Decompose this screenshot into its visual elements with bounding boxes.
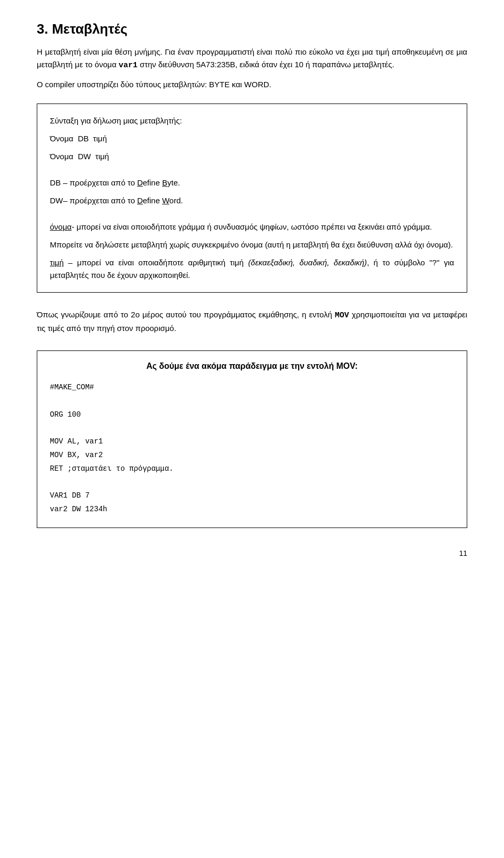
chapter-title: 3. Μεταβλητές <box>37 21 467 37</box>
code-line-blank-1 <box>50 395 454 408</box>
code-line-6: VAR1 DB 7 <box>50 490 454 502</box>
db-keyword: DB <box>78 134 89 143</box>
dw-d-underline: D <box>137 196 143 205</box>
intro-paragraph: Η μεταβλητή είναι μία θέση μνήμης. Για έ… <box>37 46 467 72</box>
dw-keyword: DW <box>78 152 91 161</box>
page-content: 3. Μεταβλητές Η μεταβλητή είναι μία θέση… <box>37 21 467 557</box>
compiler-text: Ο compiler υποστηρίζει δύο τύπους μεταβλ… <box>37 78 467 91</box>
code-line-blank-2 <box>50 422 454 435</box>
db-yte: yte. <box>167 178 180 187</box>
mov-para-pre: Όπως γνωρίζουμε από το 2ο μέρος αυτού το… <box>37 310 335 319</box>
code-line-1: #MAKE_COM# <box>50 381 454 394</box>
syntax-box: Σύνταξη για δήλωση μιας μεταβλητής: Όνομ… <box>37 104 467 293</box>
code-line-4: MOV BX, var2 <box>50 449 454 462</box>
onoma-underline: όνομα <box>50 222 72 231</box>
timi-underline: τιμή <box>50 258 64 267</box>
timi-italic: (δεκαεξαδική, δυαδική, δεκαδική) <box>248 258 367 267</box>
page-number: 11 <box>37 549 467 557</box>
db-d-underline: D <box>137 178 143 187</box>
dw-name: Όνομα <box>50 152 74 161</box>
dw-value: τιμή <box>95 152 109 161</box>
db-b-underline: B <box>162 178 167 187</box>
dw-w-underline: W <box>162 196 170 205</box>
mov-keyword: MOV <box>335 311 349 320</box>
db-syntax-line: Όνομα DB τιμή <box>50 132 454 145</box>
timi-paragraph: τιμή – μπορεί να είναι οποιαδήποτε αριθμ… <box>50 256 454 282</box>
dw-ord: ord. <box>170 196 183 205</box>
code-line-7: var2 DW 1234h <box>50 503 454 516</box>
code-line-blank-3 <box>50 477 454 489</box>
code-line-3: MOV AL, var1 <box>50 436 454 448</box>
dw-syntax-line: Όνομα DW τιμή <box>50 150 454 163</box>
mov-paragraph: Όπως γνωρίζουμε από το 2ο μέρος αυτού το… <box>37 308 467 335</box>
intro-text-part2: στην διεύθυνση 5A73:235B, ειδικά όταν έχ… <box>138 60 394 69</box>
code-line-5: RET ;σταματάει το πρόγραμμα. <box>50 463 454 475</box>
db-value: τιμή <box>93 134 107 143</box>
db-name: Όνομα <box>50 134 74 143</box>
example-box: Ας δούμε ένα ακόμα παράδειγμα με την εντ… <box>37 350 467 528</box>
example-title: Ας δούμε ένα ακόμα παράδειγμα με την εντ… <box>50 361 454 371</box>
dw-efine: efine <box>143 196 162 205</box>
intro-code: var1 <box>119 61 138 70</box>
onoma-paragraph-1: όνομα- μπορεί να είναι οποιοδήποτε γράμμ… <box>50 221 454 233</box>
dw-def-prefix: DW– προέρχεται από το <box>50 196 137 205</box>
code-block: #MAKE_COM# ORG 100 MOV AL, var1 MOV BX, … <box>50 381 454 516</box>
db-efine: efine <box>143 178 162 187</box>
db-def-prefix: DB – προέρχεται από το <box>50 178 137 187</box>
syntax-title: Σύνταξη για δήλωση μιας μεταβλητής: <box>50 115 454 127</box>
dw-definition: DW– προέρχεται από το Define Word. <box>50 194 454 207</box>
onoma-paragraph-2: Μπορείτε να δηλώσετε μεταβλητή χωρίς συγ… <box>50 239 454 251</box>
db-definition: DB – προέρχεται από το Define Byte. <box>50 177 454 189</box>
code-line-2: ORG 100 <box>50 409 454 421</box>
